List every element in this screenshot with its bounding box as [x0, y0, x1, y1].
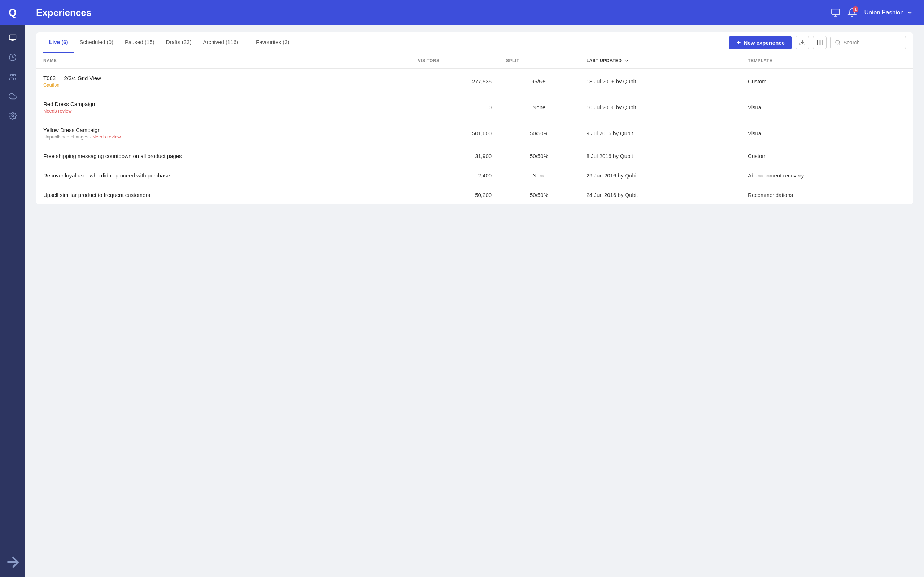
topbar-actions: 1 Union Fashion — [831, 8, 913, 17]
table-header-row: NAME VISITORS SPLIT LAST UPDATED TEMPLA — [36, 53, 913, 69]
experience-split: 95/5% — [499, 69, 579, 95]
tab-paused[interactable]: Paused (15) — [119, 32, 160, 53]
svg-rect-0 — [10, 35, 16, 40]
experience-name: T063 — 2/3/4 Grid View — [43, 75, 404, 81]
chevron-down-icon — [907, 10, 913, 16]
tab-favourites[interactable]: Favourites (3) — [250, 32, 295, 53]
svg-rect-15 — [821, 40, 822, 45]
experience-visitors: 2,400 — [411, 166, 499, 185]
search-icon — [835, 40, 841, 45]
svg-point-4 — [11, 74, 13, 76]
experience-last-updated: 29 Jun 2016 by Qubit — [579, 166, 741, 185]
tabs-list: Live (6) Scheduled (0) Paused (15) Draft… — [43, 32, 729, 53]
user-menu-button[interactable]: Union Fashion — [864, 9, 913, 16]
sidebar-item-integrations[interactable] — [3, 87, 22, 105]
download-icon — [799, 39, 806, 46]
sidebar-collapse-button[interactable] — [3, 553, 22, 571]
experience-visitors: 31,900 — [411, 147, 499, 166]
svg-point-16 — [835, 40, 840, 44]
experience-split: 50/50% — [499, 121, 579, 147]
experience-last-updated: 9 Jul 2016 by Qubit — [579, 121, 741, 147]
experience-visitors: 50,200 — [411, 185, 499, 205]
table-row[interactable]: Upsell similiar product to frequent cust… — [36, 185, 913, 205]
table-row[interactable]: Recover loyal user who didn't proceed wi… — [36, 166, 913, 185]
svg-rect-14 — [817, 40, 819, 45]
table-row[interactable]: Yellow Dress Campaign Unpublished change… — [36, 121, 913, 147]
experience-template: Recommendations — [741, 185, 913, 205]
notification-badge: 1 — [853, 6, 858, 12]
experience-template: Visual — [741, 95, 913, 121]
experience-name: Upsell similiar product to frequent cust… — [43, 192, 404, 198]
sidebar-item-settings[interactable] — [3, 107, 22, 125]
search-box[interactable] — [830, 36, 906, 49]
topbar: Experiences 1 Union Fashion — [25, 0, 924, 25]
experience-name: Free shipping messaging countdown on all… — [43, 153, 404, 159]
arrow-right-icon — [3, 553, 22, 571]
experience-template: Visual — [741, 121, 913, 147]
svg-point-6 — [11, 115, 14, 117]
table-row[interactable]: T063 — 2/3/4 Grid View Caution 277,535 9… — [36, 69, 913, 95]
experiences-table: NAME VISITORS SPLIT LAST UPDATED TEMPLA — [36, 53, 913, 205]
experience-name-cell: Red Dress Campaign Needs review — [36, 95, 411, 121]
experience-name: Recover loyal user who didn't proceed wi… — [43, 172, 404, 179]
sidebar-item-audience[interactable] — [3, 68, 22, 86]
audience-icon — [9, 73, 16, 81]
experience-visitors: 0 — [411, 95, 499, 121]
experience-name-cell: Yellow Dress Campaign Unpublished change… — [36, 121, 411, 147]
tabs-bar: Live (6) Scheduled (0) Paused (15) Draft… — [36, 32, 913, 53]
svg-rect-8 — [832, 9, 840, 15]
sidebar-item-monitor[interactable] — [3, 29, 22, 47]
experience-last-updated: 13 Jul 2016 by Qubit — [579, 69, 741, 95]
sidebar-nav — [3, 25, 22, 548]
sidebar: Q — [0, 0, 25, 577]
search-input[interactable] — [843, 40, 901, 45]
notification-button[interactable]: 1 — [848, 8, 857, 17]
sidebar-item-reports[interactable] — [3, 48, 22, 66]
experience-name-cell: Recover loyal user who didn't proceed wi… — [36, 166, 411, 185]
logo-text: Q — [9, 7, 16, 18]
clock-icon — [9, 53, 16, 61]
col-header-split: SPLIT — [499, 53, 579, 69]
experience-template: Abandonment recovery — [741, 166, 913, 185]
table: NAME VISITORS SPLIT LAST UPDATED TEMPLA — [36, 53, 913, 205]
experience-template: Custom — [741, 69, 913, 95]
monitor-icon-topbar — [831, 8, 840, 17]
tab-scheduled[interactable]: Scheduled (0) — [74, 32, 119, 53]
column-settings-button[interactable] — [813, 36, 827, 49]
experience-split: 50/50% — [499, 147, 579, 166]
experience-name-cell: Free shipping messaging countdown on all… — [36, 147, 411, 166]
table-row[interactable]: Red Dress Campaign Needs review 0 None 1… — [36, 95, 913, 121]
tab-live[interactable]: Live (6) — [43, 32, 74, 53]
sidebar-bottom — [3, 548, 22, 577]
experience-template: Custom — [741, 147, 913, 166]
experience-split: 50/50% — [499, 185, 579, 205]
experience-status: Unpublished changes · Needs review — [43, 134, 404, 140]
experience-split: None — [499, 95, 579, 121]
logo-button[interactable]: Q — [0, 0, 25, 25]
tab-archived[interactable]: Archived (116) — [197, 32, 244, 53]
experience-last-updated: 10 Jul 2016 by Qubit — [579, 95, 741, 121]
tab-drafts[interactable]: Drafts (33) — [160, 32, 197, 53]
monitor-icon — [9, 34, 16, 42]
svg-line-17 — [839, 44, 840, 45]
experience-status: Caution — [43, 82, 404, 88]
experience-visitors: 277,535 — [411, 69, 499, 95]
page-title: Experiences — [36, 7, 831, 18]
preview-button[interactable] — [831, 8, 840, 17]
cloud-icon — [9, 92, 16, 100]
experience-name-cell: T063 — 2/3/4 Grid View Caution — [36, 69, 411, 95]
gear-icon — [9, 112, 16, 120]
experience-name-cell: Upsell similiar product to frequent cust… — [36, 185, 411, 205]
main-area: Experiences 1 Union Fashion — [25, 0, 924, 577]
plus-icon — [736, 40, 742, 45]
col-header-template: TEMPLATE — [741, 53, 913, 69]
download-button[interactable] — [795, 36, 809, 49]
table-row[interactable]: Free shipping messaging countdown on all… — [36, 147, 913, 166]
user-name: Union Fashion — [864, 9, 904, 16]
tab-divider — [247, 38, 247, 47]
col-header-visitors: VISITORS — [411, 53, 499, 69]
experience-last-updated: 8 Jul 2016 by Qubit — [579, 147, 741, 166]
new-experience-button[interactable]: New experience — [729, 36, 792, 49]
col-header-name: NAME — [36, 53, 411, 69]
col-header-last-updated[interactable]: LAST UPDATED — [579, 53, 741, 69]
